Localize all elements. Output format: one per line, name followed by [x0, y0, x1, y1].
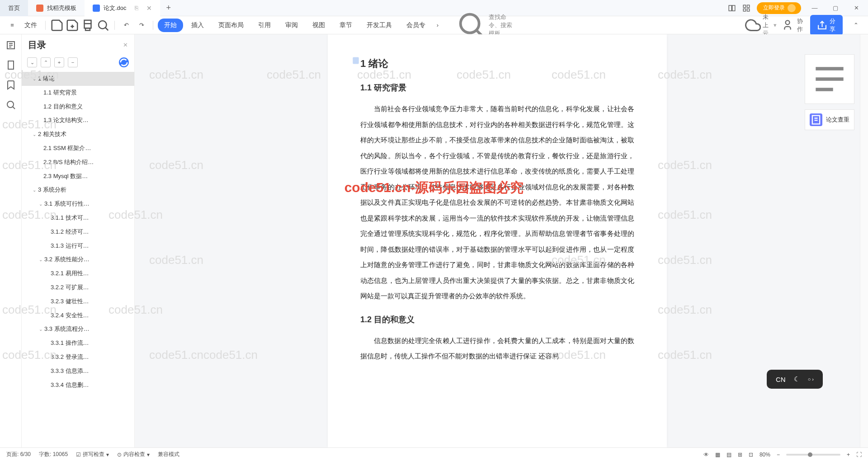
- toc-item[interactable]: 3.3.3 信息添…: [22, 364, 134, 378]
- pin-icon[interactable]: ⎘: [135, 5, 138, 11]
- ribbon-tab-1[interactable]: 插入: [185, 19, 210, 32]
- toc-item[interactable]: 3.2.2 可扩展…: [22, 281, 134, 295]
- ribbon-collapse-icon[interactable]: ⌃: [849, 19, 863, 32]
- search-panel-icon[interactable]: [5, 99, 16, 110]
- save-icon[interactable]: [50, 19, 64, 32]
- outline-icon[interactable]: [5, 40, 16, 51]
- page-indicator[interactable]: 页面: 6/30: [6, 451, 31, 458]
- ribbon-more-icon[interactable]: ›: [431, 19, 444, 32]
- print-icon[interactable]: [81, 19, 94, 32]
- ime-indicator: CN ☾ ○ ›: [767, 370, 823, 389]
- toc-item[interactable]: 2.1 SSM 框架介…: [22, 141, 134, 155]
- ribbon-tab-5[interactable]: 视图: [306, 19, 331, 32]
- toc-item[interactable]: 2.3 Mysql 数据…: [22, 169, 134, 183]
- toc-expand-all[interactable]: ⌃: [41, 57, 51, 67]
- toc-item[interactable]: 3.2.1 易用性…: [22, 267, 134, 281]
- ribbon-tab-4[interactable]: 审阅: [279, 19, 304, 32]
- view-web-icon[interactable]: ▤: [726, 452, 731, 458]
- zoom-thumb[interactable]: [808, 452, 812, 457]
- cloud-status[interactable]: 未上云▾: [745, 13, 777, 38]
- toc-item[interactable]: ⌄1 绪论: [22, 72, 134, 86]
- toc-remove[interactable]: −: [68, 57, 78, 67]
- apps-icon[interactable]: [742, 4, 750, 12]
- toc-item[interactable]: ⌄3.2 系统性能分…: [22, 253, 134, 267]
- page-nav-icon[interactable]: [5, 60, 16, 71]
- tab-home[interactable]: 首页: [0, 0, 28, 16]
- toc-item[interactable]: 3.2.3 健壮性…: [22, 295, 134, 309]
- collab-label: 协作: [797, 17, 804, 33]
- toc-add[interactable]: +: [54, 57, 64, 67]
- toc-item[interactable]: ⌄2 相关技术: [22, 127, 134, 141]
- bookmark-icon[interactable]: [5, 80, 16, 90]
- toc-item[interactable]: 3.1.1 技术可…: [22, 211, 134, 225]
- fullscreen-icon[interactable]: ⛶: [856, 452, 862, 458]
- file-menu[interactable]: 文件: [21, 19, 41, 31]
- tab-add[interactable]: +: [160, 3, 178, 13]
- view-print-icon[interactable]: ▦: [715, 452, 720, 458]
- tab-document[interactable]: 论文.doc ⎘ ✕: [85, 0, 160, 16]
- toc-item[interactable]: ⌄3.1 系统可行性…: [22, 197, 134, 211]
- zoom-fit-icon[interactable]: ⊡: [749, 452, 753, 458]
- left-sidebar: [0, 34, 22, 447]
- save-as-icon[interactable]: [66, 19, 79, 32]
- toc-item[interactable]: ⌄3 系统分析: [22, 183, 134, 197]
- content-check[interactable]: ⊙ 内容检查 ▾: [117, 451, 150, 458]
- ribbon-tab-7[interactable]: 开发工具: [360, 19, 398, 32]
- zoom-value[interactable]: 80%: [760, 452, 770, 458]
- document-area[interactable]: 1 绪论 1.1 研究背景 当前社会各行业领域竞争压力非常大，随着当前时代的信息…: [135, 34, 860, 447]
- redo-icon[interactable]: ↷: [135, 19, 148, 32]
- check-label: 论文查重: [826, 116, 849, 124]
- word-count[interactable]: 字数: 10065: [39, 451, 68, 458]
- ribbon-tab-0[interactable]: 开始: [158, 19, 183, 32]
- svg-rect-11: [8, 61, 14, 69]
- toc-item[interactable]: 1.1 研究背景: [22, 86, 134, 100]
- toc-list: ⌄1 绪论1.1 研究背景1.2 目的和意义1.3 论文结构安…⌄2 相关技术2…: [22, 71, 134, 447]
- view-outline-icon[interactable]: ⊞: [738, 452, 742, 458]
- compat-mode[interactable]: 兼容模式: [158, 451, 179, 458]
- toc-sync-icon[interactable]: [119, 57, 129, 67]
- right-tool-top[interactable]: [805, 54, 854, 104]
- zoom-slider[interactable]: [786, 454, 840, 456]
- toc-item[interactable]: 3.3.1 操作流…: [22, 336, 134, 350]
- svg-rect-6: [85, 24, 91, 28]
- toc-item[interactable]: 3.1.2 经济可…: [22, 225, 134, 239]
- view-read-icon[interactable]: 👁: [703, 452, 709, 458]
- paragraph: 信息数据的处理完全依赖人工进行操作，会耗费大量的人工成本，特别是面对大量的数据信…: [360, 333, 634, 364]
- toc-item[interactable]: ⌄3.3 系统流程分…: [22, 322, 134, 336]
- toc-item[interactable]: 1.3 论文结构安…: [22, 113, 134, 127]
- collab-button[interactable]: 协作: [783, 17, 804, 33]
- zoom-in[interactable]: +: [847, 452, 850, 458]
- right-scrollbar[interactable]: [860, 34, 868, 447]
- toc-close-icon[interactable]: ✕: [123, 42, 128, 48]
- toc-item[interactable]: 3.1.3 运行可…: [22, 239, 134, 253]
- ribbon-tab-6[interactable]: 章节: [333, 19, 359, 32]
- status-bar: 页面: 6/30 字数: 10065 ☑ 拼写检查 ▾ ⊙ 内容检查 ▾ 兼容模…: [0, 447, 868, 461]
- plagiarism-check-button[interactable]: 论文查重: [805, 109, 854, 130]
- toc-item[interactable]: 2.2 B/S 结构介绍…: [22, 155, 134, 169]
- share-button[interactable]: 分享: [810, 15, 843, 36]
- login-label: 立即登录: [763, 4, 785, 12]
- menu-icon[interactable]: ≡: [5, 19, 19, 32]
- avatar-icon: [788, 4, 796, 12]
- preview-icon[interactable]: [96, 19, 110, 32]
- spell-check[interactable]: ☑ 拼写检查 ▾: [76, 451, 109, 458]
- svg-point-12: [7, 101, 14, 108]
- ribbon-tab-3[interactable]: 引用: [252, 19, 277, 32]
- zoom-out[interactable]: −: [777, 452, 780, 458]
- toc-collapse-all[interactable]: ⌄: [27, 57, 37, 67]
- ribbon-tab-2[interactable]: 页面布局: [212, 19, 250, 32]
- toc-item[interactable]: 3.2.4 安全性…: [22, 309, 134, 323]
- undo-icon[interactable]: ↶: [119, 19, 133, 32]
- toc-item[interactable]: 1.2 目的和意义: [22, 100, 134, 114]
- svg-rect-2: [743, 5, 745, 7]
- sep: [45, 21, 46, 30]
- tab-template[interactable]: 找稻壳模板: [28, 0, 85, 16]
- toc-item[interactable]: 3.3.4 信息删…: [22, 378, 134, 392]
- svg-point-7: [99, 21, 107, 29]
- toc-item[interactable]: 3.3.2 登录流…: [22, 350, 134, 364]
- close-icon[interactable]: ✕: [146, 5, 152, 12]
- ribbon-tab-8[interactable]: 会员专: [400, 19, 432, 32]
- svg-rect-1: [732, 5, 735, 11]
- login-button[interactable]: 立即登录: [757, 2, 801, 14]
- layout-icon[interactable]: [728, 4, 736, 12]
